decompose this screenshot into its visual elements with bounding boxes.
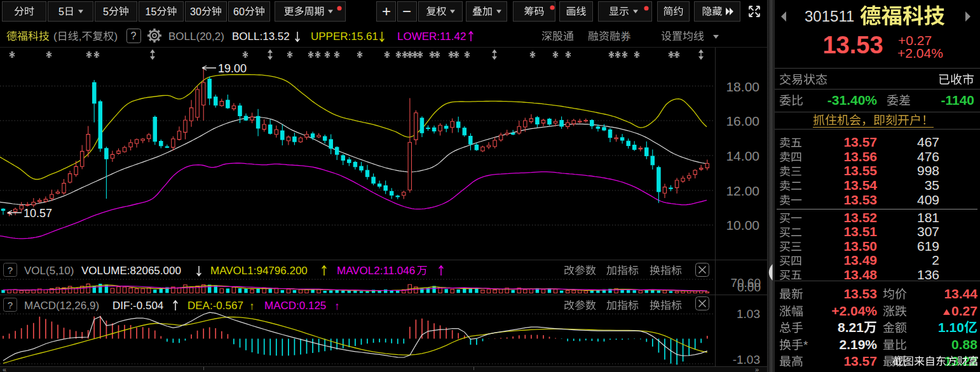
svg-text:1.03: 1.03 (737, 307, 760, 321)
svg-text:13.53: 13.53 (822, 32, 883, 58)
svg-text:8.21: 8.21 (838, 320, 864, 335)
svg-text:998: 998 (917, 163, 939, 178)
svg-text:DEA:-0.567: DEA:-0.567 (187, 300, 243, 312)
svg-text:19.00: 19.00 (218, 62, 247, 75)
svg-text:MACD:0.125: MACD:0.125 (264, 300, 326, 312)
svg-text:10.00: 10.00 (726, 218, 759, 232)
svg-text:30: 30 (190, 6, 201, 17)
svg-text:↑: ↑ (249, 300, 255, 312)
svg-text:(: ( (53, 30, 57, 43)
svg-text:301511: 301511 (805, 8, 854, 25)
svg-text:DIF:-0.504: DIF:-0.504 (112, 300, 163, 312)
svg-text:60: 60 (233, 6, 245, 17)
svg-text:MAVOL2:11.046: MAVOL2:11.046 (337, 265, 415, 277)
svg-text:476: 476 (917, 149, 939, 164)
svg-text:12.00: 12.00 (726, 183, 759, 198)
svg-text:+: + (382, 3, 391, 20)
svg-text:13.55: 13.55 (843, 163, 877, 178)
svg-text:?: ? (8, 300, 13, 310)
svg-text:13.53: 13.53 (843, 192, 877, 207)
svg-text:0.88: 0.88 (951, 337, 977, 352)
svg-text:18.00: 18.00 (726, 79, 759, 94)
svg-text:-1.03: -1.03 (733, 353, 760, 366)
svg-text:券: 券 (620, 30, 631, 43)
svg-text:BOLL:13.52: BOLL:13.52 (232, 30, 290, 43)
svg-text:181: 181 (917, 210, 939, 225)
svg-text:+2.04%: +2.04% (831, 303, 877, 318)
svg-text:13.48: 13.48 (843, 267, 877, 282)
svg-text:409: 409 (917, 192, 939, 207)
svg-text:13.49: 13.49 (843, 253, 877, 267)
svg-text:↑: ↑ (334, 300, 340, 312)
svg-text:2: 2 (932, 253, 939, 267)
svg-text:5: 5 (103, 6, 109, 17)
svg-text:MACD(12,26,9): MACD(12,26,9) (24, 300, 99, 312)
svg-text:VOLUME:82065.000: VOLUME:82065.000 (81, 265, 181, 277)
svg-text:13.54: 13.54 (843, 178, 877, 192)
svg-text:+2.04%: +2.04% (897, 46, 943, 60)
svg-text:−: − (402, 3, 411, 20)
svg-text:VOL(5,10): VOL(5,10) (24, 265, 74, 277)
svg-text:2.19%: 2.19% (840, 337, 878, 352)
svg-text:619: 619 (917, 239, 939, 253)
svg-text:»: » (755, 366, 759, 372)
svg-text:13.44: 13.44 (944, 286, 977, 301)
svg-text:35: 35 (925, 178, 939, 192)
svg-text:-1140: -1140 (941, 93, 974, 107)
svg-text:0.00: 0.00 (737, 281, 761, 294)
svg-text:«: « (3, 366, 6, 372)
svg-text:14.00: 14.00 (726, 149, 759, 163)
svg-text:10.57: 10.57 (24, 207, 52, 220)
svg-text:LOWER:11.42: LOWER:11.42 (397, 30, 466, 43)
svg-text:16.00: 16.00 (726, 114, 759, 128)
svg-text:1.10: 1.10 (938, 320, 964, 335)
svg-text:15: 15 (146, 6, 157, 17)
svg-text:13.57: 13.57 (843, 135, 877, 149)
svg-text:467: 467 (917, 135, 939, 149)
svg-text:UPPER:15.61: UPPER:15.61 (311, 30, 378, 43)
svg-text:13.50: 13.50 (843, 239, 877, 253)
svg-text:*: * (803, 338, 808, 352)
svg-text:,: , (79, 30, 82, 43)
svg-text:13.51: 13.51 (843, 224, 877, 239)
svg-text:13.57: 13.57 (843, 354, 877, 368)
svg-text:13.52: 13.52 (843, 210, 877, 225)
svg-text:-31.40%: -31.40% (827, 93, 878, 107)
svg-text:BOLL(20,2): BOLL(20,2) (168, 30, 224, 43)
svg-text:136: 136 (917, 267, 939, 282)
svg-text:307: 307 (917, 224, 939, 239)
svg-text:13.53: 13.53 (843, 286, 877, 301)
svg-text:0.27: 0.27 (951, 303, 977, 318)
svg-text:?: ? (131, 30, 137, 41)
svg-text:): ) (114, 30, 118, 43)
svg-text:?: ? (8, 265, 13, 276)
svg-text:5: 5 (58, 6, 64, 17)
svg-text:MAVOL1:94796.200: MAVOL1:94796.200 (210, 265, 308, 277)
svg-text:13.56: 13.56 (843, 149, 877, 164)
